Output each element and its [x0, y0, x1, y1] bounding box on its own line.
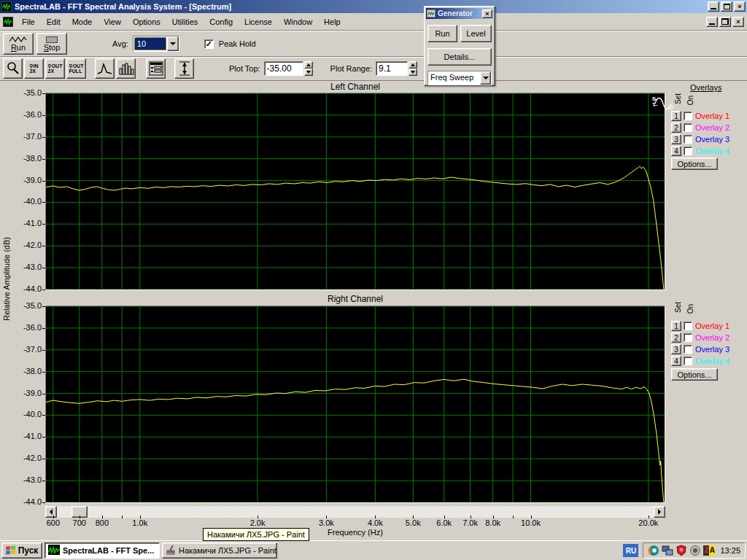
generator-mode-select[interactable]: Freq Sweep: [427, 71, 492, 85]
overlay-on-checkbox-1[interactable]: [684, 112, 692, 120]
generator-run-button[interactable]: Run: [427, 25, 457, 42]
right-overlays-panel: Set On 1Overlay 12Overlay 23Overlay 34Ov…: [670, 300, 746, 382]
generator-mode-dropdown-button[interactable]: [480, 71, 491, 85]
mdi-close-button[interactable]: ×: [732, 17, 744, 27]
zoom-in-2x-button[interactable]: ⚲IN2X: [24, 58, 44, 79]
stop-button-label: Stop: [44, 43, 61, 52]
mdi-minimize-button[interactable]: [706, 17, 718, 27]
overlay-label-4: Overlay 4: [695, 147, 729, 155]
overlay-on-checkbox-1[interactable]: [684, 322, 692, 330]
scroll-right-button[interactable]: [654, 506, 665, 518]
overlay-set-button-3[interactable]: 3: [671, 134, 681, 144]
taskbar-task-spectralab[interactable]: SpectraLAB - FFT Spe...: [44, 542, 160, 559]
menu-file[interactable]: File: [16, 15, 41, 28]
zoom-out-2x-button[interactable]: ⚲OUT2X: [45, 58, 65, 79]
display-options-button[interactable]: [146, 58, 166, 79]
peak-hold-checkbox[interactable]: ✓: [204, 39, 214, 49]
antivirus-shield-icon[interactable]: [676, 545, 687, 556]
set-column-label: Set: [674, 93, 682, 104]
overlay-label-3: Overlay 3: [695, 345, 729, 354]
x-axis-title: Frequency (Hz): [45, 528, 665, 537]
spectrum-view-button[interactable]: [95, 58, 115, 79]
plot-top-decrement-button[interactable]: [304, 69, 313, 76]
avg-label: Avg:: [112, 39, 128, 48]
overlay-on-checkbox-2[interactable]: [684, 123, 692, 132]
overlay-row: 1Overlay 1: [671, 320, 729, 332]
overlay-set-button-1[interactable]: 1: [671, 111, 681, 121]
plot-top-input[interactable]: -35.00: [264, 61, 303, 76]
x-tick-mark: [122, 516, 123, 518]
overlay-on-checkbox-3[interactable]: [684, 135, 692, 144]
network-icon[interactable]: [662, 545, 673, 556]
overlay-set-button-4[interactable]: 4: [671, 146, 681, 156]
overlay-set-button-2[interactable]: 2: [671, 332, 681, 343]
menu-license[interactable]: License: [239, 15, 278, 28]
overlay-label-3: Overlay 3: [695, 135, 729, 144]
overlay-on-checkbox-4[interactable]: [684, 357, 692, 365]
x-tick-label: 3.0k: [310, 518, 342, 527]
volume-icon[interactable]: [689, 545, 701, 556]
zoom-out-full-button[interactable]: ⚲OUTFULL: [66, 58, 86, 79]
peak-hold-label: Peak Hold: [219, 39, 256, 48]
stop-button[interactable]: Stop: [36, 33, 67, 55]
bar-view-button[interactable]: [116, 58, 136, 79]
menu-view[interactable]: View: [98, 15, 127, 28]
overlay-options-button[interactable]: Options...: [671, 368, 718, 381]
zonealarm-icon[interactable]: ZA: [703, 545, 715, 556]
left-channel-plot[interactable]: S̶T̶: [45, 93, 665, 290]
overlay-row: 3Overlay 3: [671, 343, 729, 355]
avg-dropdown-button[interactable]: [167, 36, 179, 51]
plot-range-decrement-button[interactable]: [409, 69, 417, 76]
overlay-set-button-3[interactable]: 3: [671, 344, 681, 354]
menu-config[interactable]: Config: [204, 15, 239, 28]
menu-help[interactable]: Help: [318, 15, 347, 28]
close-button[interactable]: ×: [734, 1, 746, 12]
menu-mode[interactable]: Mode: [66, 15, 98, 28]
generator-details-button[interactable]: Details...: [427, 48, 492, 66]
generator-title-bar[interactable]: Generator ×: [426, 8, 493, 19]
overlay-on-checkbox-2[interactable]: [684, 333, 692, 342]
windows-logo-icon: [6, 546, 16, 556]
scale-range-button[interactable]: [174, 58, 194, 79]
overlay-set-button-4[interactable]: 4: [671, 356, 681, 366]
run-button[interactable]: Run: [3, 33, 34, 55]
overlay-options-button[interactable]: Options...: [671, 158, 718, 170]
language-indicator[interactable]: RU: [623, 544, 638, 557]
frequency-scrollbar[interactable]: [45, 506, 665, 518]
overlay-set-button-2[interactable]: 2: [671, 122, 681, 133]
zoom-button[interactable]: [3, 58, 23, 79]
media-player-icon[interactable]: [648, 545, 659, 556]
key-icon: ⚲IN2X: [29, 63, 38, 74]
plot-range-increment-button[interactable]: [409, 61, 417, 69]
key-icon: ⚲OUT2X: [48, 63, 63, 74]
maximize-button[interactable]: [721, 1, 732, 12]
menu-options[interactable]: Options: [127, 15, 166, 28]
y-tick-label: -42.0: [15, 454, 42, 462]
menu-utilities[interactable]: Utilities: [166, 15, 204, 28]
plot-range-input[interactable]: 9.1: [376, 61, 408, 76]
y-tick-label: -39.0: [15, 389, 42, 397]
minimize-button[interactable]: [708, 1, 719, 12]
avg-select[interactable]: 10: [133, 36, 179, 52]
spectralab-icon: [48, 545, 60, 556]
overlay-label-2: Overlay 2: [695, 333, 729, 342]
generator-level-button[interactable]: Level: [460, 25, 492, 42]
overlay-on-checkbox-3[interactable]: [684, 345, 692, 354]
menu-window[interactable]: Window: [278, 15, 318, 28]
generator-close-button[interactable]: ×: [482, 9, 492, 18]
menu-edit[interactable]: Edit: [41, 15, 66, 28]
overlay-on-checkbox-4[interactable]: [684, 147, 692, 155]
y-tick-label: -35.0: [15, 88, 42, 97]
y-tick-mark: [42, 328, 45, 329]
mdi-restore-button[interactable]: [719, 17, 731, 27]
right-channel-plot[interactable]: [45, 306, 665, 503]
scroll-left-button[interactable]: [45, 506, 57, 518]
overlay-set-button-1[interactable]: 1: [671, 321, 681, 331]
taskbar-task-paint[interactable]: Накамичи ЛХ5.JPG - Paint: [162, 542, 277, 559]
start-button[interactable]: Пуск: [1, 542, 42, 559]
generator-dialog[interactable]: Generator × Run Level Details... Freq Sw…: [424, 6, 495, 86]
avg-value: 10: [133, 36, 167, 51]
plot-top-increment-button[interactable]: [304, 61, 313, 69]
clock[interactable]: 13:25: [720, 546, 740, 555]
trigger-status-icon: S̶T̶: [652, 96, 656, 108]
